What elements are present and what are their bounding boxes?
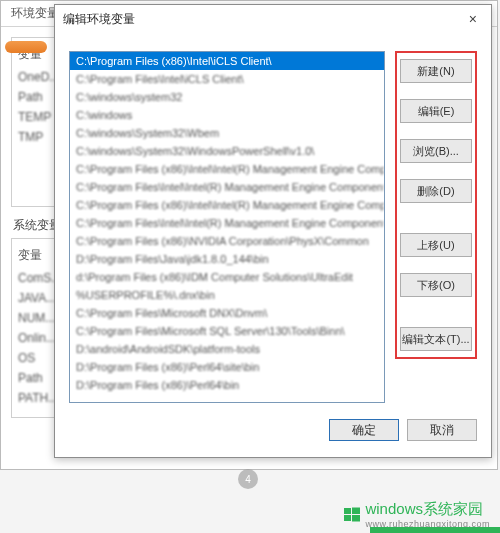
green-accent-bar (370, 527, 500, 533)
svg-rect-3 (352, 515, 360, 522)
move-down-button[interactable]: 下移(O) (400, 273, 472, 297)
path-listbox[interactable]: C:\Program Files (x86)\Intel\iCLS Client… (69, 51, 385, 403)
path-list-item[interactable]: D:\Program Files\Java\jdk1.8.0_144\bin (70, 250, 384, 268)
parent-title: 环境变量 (7, 5, 59, 22)
edit-text-button[interactable]: 编辑文本(T)... (400, 327, 472, 351)
delete-button[interactable]: 删除(D) (400, 179, 472, 203)
new-button[interactable]: 新建(N) (400, 59, 472, 83)
path-list-item[interactable]: C:\windows\system32 (70, 88, 384, 106)
path-list-item[interactable]: C:\Program Files\Intel\Intel(R) Manageme… (70, 214, 384, 232)
path-list-item[interactable]: C:\Program Files\Microsoft DNX\Dnvm\ (70, 304, 384, 322)
svg-rect-0 (344, 508, 351, 514)
move-up-button[interactable]: 上移(U) (400, 233, 472, 257)
edit-button[interactable]: 编辑(E) (400, 99, 472, 123)
svg-rect-2 (344, 515, 351, 521)
watermark: windows系统家园 www.ruhezhuangxitong.com (343, 500, 490, 529)
path-list-item[interactable]: %USERPROFILE%\.dnx\bin (70, 286, 384, 304)
path-list-item[interactable]: C:\Program Files\Microsoft SQL Server\13… (70, 322, 384, 340)
watermark-brand: windows系统家园 (365, 500, 490, 519)
browse-button[interactable]: 浏览(B)... (400, 139, 472, 163)
path-list-item[interactable]: D:\Program Files (x86)\Perl64\site\bin (70, 358, 384, 376)
modal-title: 编辑环境变量 (63, 11, 135, 28)
button-highlight-box: 新建(N) 编辑(E) 浏览(B)... 删除(D) 上移(U) 下移(O) 编… (395, 51, 477, 359)
close-icon[interactable]: × (463, 11, 483, 27)
path-list-item[interactable]: C:\Program Files (x86)\Intel\Intel(R) Ma… (70, 160, 384, 178)
svg-rect-1 (352, 507, 360, 514)
page-indicator: 4 (238, 469, 258, 489)
path-list-item[interactable]: C:\Program Files (x86)\Intel\iCLS Client… (70, 52, 384, 70)
path-list-item[interactable]: C:\windows (70, 106, 384, 124)
path-list-item[interactable]: C:\Program Files\Intel\Intel(R) Manageme… (70, 178, 384, 196)
path-list-item[interactable]: D:\Program Files (x86)\Perl64\bin (70, 376, 384, 394)
parent-orange-graphic (5, 41, 47, 53)
path-list-item[interactable]: d:\Program Files (x86)\IDM Computer Solu… (70, 268, 384, 286)
path-list-item[interactable]: C:\Program Files\Intel\iCLS Client\ (70, 70, 384, 88)
path-list-item[interactable]: D:\android\AndroidSDK\platform-tools (70, 340, 384, 358)
path-list-item[interactable]: C:\Program Files (x86)\Intel\Intel(R) Ma… (70, 196, 384, 214)
path-list-item[interactable]: C:\windows\System32\Wbem (70, 124, 384, 142)
windows-icon (343, 506, 361, 524)
path-list-item[interactable]: C:\Program Files (x86)\NVIDIA Corporatio… (70, 232, 384, 250)
cancel-button[interactable]: 取消 (407, 419, 477, 441)
modal-footer: 确定 取消 (55, 413, 491, 453)
button-column: 新建(N) 编辑(E) 浏览(B)... 删除(D) 上移(U) 下移(O) 编… (395, 51, 477, 403)
edit-env-var-dialog: 编辑环境变量 × C:\Program Files (x86)\Intel\iC… (54, 4, 492, 458)
modal-titlebar: 编辑环境变量 × (55, 5, 491, 33)
ok-button[interactable]: 确定 (329, 419, 399, 441)
path-list-item[interactable]: C:\windows\System32\WindowsPowerShell\v1… (70, 142, 384, 160)
